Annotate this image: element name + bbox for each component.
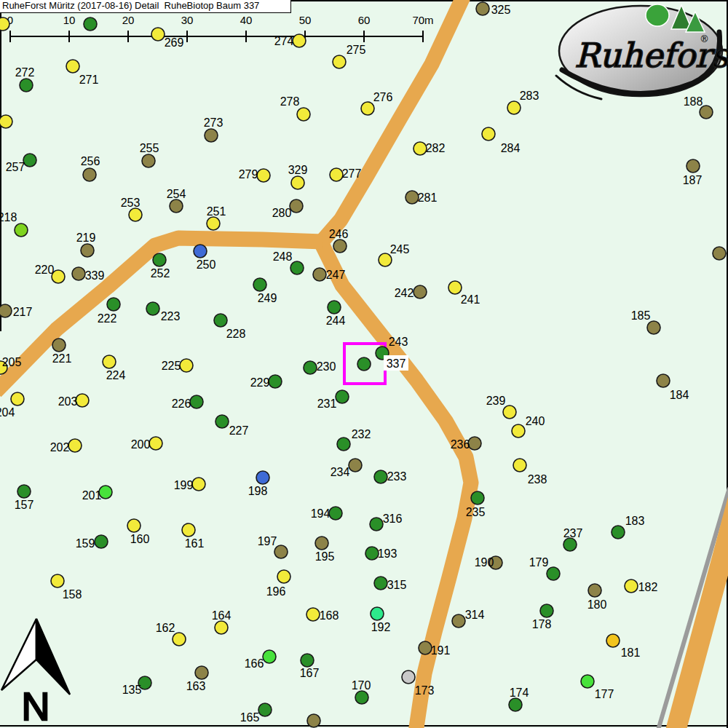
tree-dot[interactable] xyxy=(713,247,726,260)
tree-dot-182[interactable] xyxy=(625,579,638,593)
tree-dot-161[interactable] xyxy=(182,523,195,537)
tree-dot-183[interactable] xyxy=(612,526,625,539)
tree-dot-241[interactable] xyxy=(448,281,462,294)
tree-dot-165[interactable] xyxy=(258,703,272,716)
tree-dot-275[interactable] xyxy=(333,55,346,68)
tree-dot-339[interactable] xyxy=(72,267,85,280)
tree-dot-185[interactable] xyxy=(647,321,660,334)
tree-dot-237[interactable] xyxy=(563,538,577,551)
tree-dot-163[interactable] xyxy=(195,666,208,679)
tree-dot-274[interactable] xyxy=(293,34,306,47)
tree-dot-314[interactable] xyxy=(452,614,465,628)
tree-dot-181[interactable] xyxy=(606,634,620,647)
tree-dot-231[interactable] xyxy=(336,390,349,403)
tree-dot-177[interactable] xyxy=(581,675,594,688)
tree-dot-178[interactable] xyxy=(540,604,553,617)
tree-dot-251[interactable] xyxy=(207,217,220,230)
tree-dot-197[interactable] xyxy=(274,545,288,558)
tree-dot-278[interactable] xyxy=(297,108,310,121)
tree-dot-281[interactable] xyxy=(405,191,419,204)
tree-dot-273[interactable] xyxy=(205,129,218,142)
tree-dot-217[interactable] xyxy=(0,304,12,317)
tree-dot-242[interactable] xyxy=(414,285,427,298)
tree-dot-174[interactable] xyxy=(509,698,522,711)
tree-dot-279[interactable] xyxy=(257,169,270,182)
tree-dot-337[interactable] xyxy=(357,357,371,371)
tree-dot-191[interactable] xyxy=(419,641,432,654)
tree-dot-283[interactable] xyxy=(507,101,521,114)
tree-dot-255[interactable] xyxy=(142,154,155,167)
tree-dot-277[interactable] xyxy=(330,168,343,181)
tree-dot-179[interactable] xyxy=(547,567,560,580)
tree-dot-253[interactable] xyxy=(129,208,142,221)
tree-dot-315[interactable] xyxy=(374,577,387,590)
tree-dot-164[interactable] xyxy=(215,621,228,634)
tree-dot-249[interactable] xyxy=(253,278,266,291)
tree-dot-200[interactable] xyxy=(149,437,162,450)
tree-dot-166[interactable] xyxy=(263,650,276,663)
tree-dot-228[interactable] xyxy=(214,314,227,327)
tree-dot-193[interactable] xyxy=(365,547,379,560)
tree-dot-223[interactable] xyxy=(146,302,159,315)
tree-dot-162[interactable] xyxy=(173,633,186,646)
tree-dot-236[interactable] xyxy=(468,437,481,450)
tree-dot-252[interactable] xyxy=(153,253,166,266)
tree-dot-245[interactable] xyxy=(379,253,392,266)
tree-dot-247[interactable] xyxy=(313,268,326,281)
tree-dot-272[interactable] xyxy=(20,79,33,92)
tree-dot-159[interactable] xyxy=(95,535,108,548)
tree-dot-219[interactable] xyxy=(81,244,94,257)
tree-dot-204[interactable] xyxy=(11,392,24,405)
tree-dot-316[interactable] xyxy=(370,518,383,531)
tree-dot-173[interactable] xyxy=(402,670,415,684)
tree-dot-187[interactable] xyxy=(687,159,700,173)
tree-dot-271[interactable] xyxy=(66,60,79,73)
tree-dot-180[interactable] xyxy=(588,584,601,597)
tree-dot-168[interactable] xyxy=(306,608,320,621)
tree-dot-170[interactable] xyxy=(355,691,368,704)
tree-dot-192[interactable] xyxy=(371,607,384,620)
tree-dot-235[interactable] xyxy=(471,491,484,505)
tree-dot-221[interactable] xyxy=(52,339,66,352)
tree-dot-240[interactable] xyxy=(512,424,525,438)
tree-dot-229[interactable] xyxy=(269,375,282,388)
tree-dot-230[interactable] xyxy=(304,361,317,374)
tree-dot-224[interactable] xyxy=(103,355,116,368)
tree-dot-195[interactable] xyxy=(315,537,328,550)
tree-dot-194[interactable] xyxy=(329,507,342,520)
tree-dot-227[interactable] xyxy=(215,415,229,428)
tree-dot-250[interactable] xyxy=(194,245,207,258)
tree-dot-225[interactable] xyxy=(180,359,193,372)
tree-dot-196[interactable] xyxy=(277,570,290,583)
tree-dot[interactable] xyxy=(307,714,320,727)
tree-dot-203[interactable] xyxy=(76,394,89,407)
tree-dot[interactable] xyxy=(0,17,9,31)
tree-dot-280[interactable] xyxy=(290,199,303,213)
tree-dot[interactable] xyxy=(84,17,97,31)
tree-dot-157[interactable] xyxy=(17,485,31,498)
tree-dot-256[interactable] xyxy=(83,168,96,181)
tree-dot-284[interactable] xyxy=(482,127,495,141)
tree-dot-218[interactable] xyxy=(15,223,28,237)
tree-dot-184[interactable] xyxy=(657,374,670,387)
tree-dot-226[interactable] xyxy=(190,395,203,408)
tree-dot-254[interactable] xyxy=(170,199,183,213)
tree-dot-233[interactable] xyxy=(374,470,387,483)
tree-dot-269[interactable] xyxy=(151,28,165,41)
tree-dot-248[interactable] xyxy=(290,261,304,274)
tree-dot-160[interactable] xyxy=(127,519,141,532)
tree-dot-232[interactable] xyxy=(337,438,350,451)
tree-dot-246[interactable] xyxy=(333,240,347,253)
tree-dot[interactable] xyxy=(0,115,12,128)
tree-dot-276[interactable] xyxy=(361,102,374,115)
tree-dot-158[interactable] xyxy=(51,574,64,587)
tree-dot-167[interactable] xyxy=(301,654,314,667)
tree-dot-239[interactable] xyxy=(503,405,516,419)
tree-dot-238[interactable] xyxy=(513,459,526,472)
tree-dot-329[interactable] xyxy=(291,176,304,189)
tree-dot-257[interactable] xyxy=(23,154,36,167)
tree-dot-188[interactable] xyxy=(700,106,713,119)
tree-dot-244[interactable] xyxy=(328,301,341,314)
tree-dot-199[interactable] xyxy=(192,478,205,491)
tree-dot-198[interactable] xyxy=(256,471,269,484)
